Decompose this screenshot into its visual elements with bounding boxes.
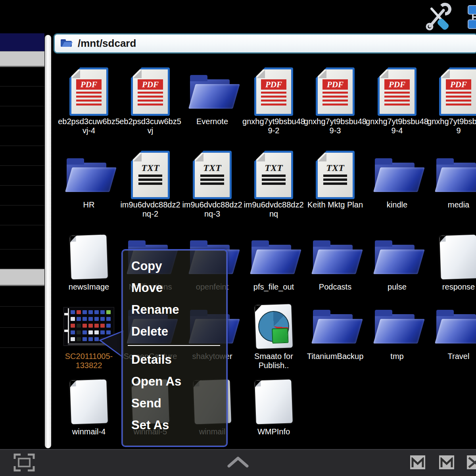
menu-item-move[interactable]: Move: [123, 277, 226, 299]
pdf-file-icon: PDF: [304, 67, 367, 116]
file-label: TitaniumBackup: [304, 352, 367, 361]
folder-icon: [242, 232, 305, 282]
file-label: HR: [58, 200, 120, 209]
grid-item[interactable]: PDFgnxhg7yt9bsbu489: [427, 67, 476, 135]
file-label: tmp: [366, 352, 428, 361]
grid-item[interactable]: PDFeb2psd3cuw6bz5vj-4: [58, 67, 120, 135]
grid-item[interactable]: WMPInfo: [242, 377, 305, 436]
menu-item-details[interactable]: Details: [123, 349, 226, 370]
pdf-file-icon: PDF: [427, 67, 476, 116]
grid-item[interactable]: tmp: [366, 301, 428, 361]
file-label: winmail-4: [58, 427, 120, 436]
file-label: Smaato for Publish..: [242, 352, 305, 370]
menu-item-set-as[interactable]: Set As: [123, 414, 226, 436]
menu-callout-tail: [95, 328, 124, 360]
file-label: eb2psd3cuw6bz5vj-4: [58, 117, 120, 135]
menu-item-send[interactable]: Send: [123, 392, 226, 414]
grid-item[interactable]: kindle: [366, 150, 428, 209]
file-icon: [242, 377, 305, 426]
file-icon: [58, 232, 120, 282]
txt-file-icon: TXT: [242, 150, 305, 200]
menu-item-delete[interactable]: Delete: [123, 321, 226, 342]
bottom-system-bar: [0, 449, 476, 476]
file-label: gnxhg7yt9bsbu489-4: [366, 117, 428, 135]
grid-item[interactable]: TXTim9u6dvdc88dz2nq-3: [181, 150, 244, 219]
gmail-icon[interactable]: [410, 455, 425, 469]
grid-item[interactable]: pulse: [366, 232, 428, 292]
file-label: media: [427, 200, 476, 209]
file-label: response: [427, 282, 476, 292]
menu-item-rename[interactable]: Rename: [123, 299, 226, 321]
file-icon: [427, 232, 476, 282]
folder-icon: [181, 67, 244, 116]
grid-item[interactable]: newsImage: [58, 232, 120, 292]
grid-item[interactable]: HR: [58, 150, 120, 209]
folder-icon: [366, 150, 428, 200]
file-label: im9u6dvdc88dz2nq: [242, 200, 305, 219]
grid-item[interactable]: PDFgnxhg7yt9bsbu489-2: [242, 67, 305, 135]
scroll-up-icon[interactable]: [227, 455, 249, 470]
context-menu: CopyMoveRenameDeleteDetailsOpen AsSendSe…: [121, 249, 228, 447]
pdf-file-icon: PDF: [58, 67, 120, 116]
file-label: Evernote: [181, 117, 244, 126]
file-label: Keith Mktg Plan: [304, 200, 367, 209]
gmail-icon[interactable]: [439, 455, 454, 469]
grid-item[interactable]: pfs_file_out: [242, 232, 305, 292]
grid-item[interactable]: TXTKeith Mktg Plan: [304, 150, 367, 209]
file-label: gnxhg7yt9bsbu489-2: [242, 117, 305, 135]
grid-item[interactable]: PDFgnxhg7yt9bsbu489-4: [366, 67, 428, 135]
file-label: gnxhg7yt9bsbu489-3: [304, 117, 367, 135]
file-manager-screen: { "path_bar": { "path": "/mnt/sdcard" },…: [0, 0, 476, 476]
grid-item[interactable]: PDFgnxhg7yt9bsbu489-3: [304, 67, 367, 135]
pdf-file-icon: PDF: [366, 67, 428, 116]
file-label: kindle: [366, 200, 428, 209]
grid-item[interactable]: Travel: [427, 301, 476, 361]
file-label: Travel: [427, 352, 476, 361]
screenshot-icon[interactable]: [13, 452, 36, 474]
grid-item[interactable]: TitaniumBackup: [304, 301, 367, 361]
file-label: WMPInfo: [242, 427, 305, 436]
folder-icon: [427, 150, 476, 200]
file-label: pulse: [366, 282, 428, 292]
folder-icon: [58, 150, 120, 200]
folder-icon: [366, 232, 428, 282]
folder-icon: [427, 301, 476, 351]
grid-item[interactable]: Smaato for Publish..: [242, 301, 305, 370]
menu-item-open-as[interactable]: Open As: [123, 370, 226, 392]
menu-separator: [128, 345, 220, 346]
file-grid: PDFeb2psd3cuw6bz5vj-4PDFeb2psd3cuw6bz5vj…: [0, 0, 476, 476]
grid-item[interactable]: winmail-4: [58, 377, 120, 436]
menu-item-copy[interactable]: Copy: [123, 255, 226, 277]
pdf-file-icon: PDF: [119, 67, 182, 116]
file-icon: [58, 377, 120, 426]
grid-item[interactable]: Podcasts: [304, 232, 367, 292]
grid-item[interactable]: TXTim9u6dvdc88dz2nq-2: [119, 150, 182, 219]
file-label: pfs_file_out: [242, 282, 305, 292]
file-label: Podcasts: [304, 282, 367, 292]
grid-item[interactable]: Evernote: [181, 67, 244, 126]
pie-chart-file-icon: [242, 301, 305, 351]
file-label: eb2psd3cuw6bz5vj: [119, 117, 182, 135]
grid-item[interactable]: response: [427, 232, 476, 292]
folder-icon: [304, 232, 367, 282]
pdf-file-icon: PDF: [242, 67, 305, 116]
grid-item[interactable]: TXTim9u6dvdc88dz2nq: [242, 150, 305, 219]
grid-item[interactable]: PDFeb2psd3cuw6bz5vj: [119, 67, 182, 135]
txt-file-icon: TXT: [304, 150, 367, 200]
folder-icon: [366, 301, 428, 351]
txt-file-icon: TXT: [181, 150, 244, 200]
file-label: newsImage: [58, 282, 120, 292]
file-label: im9u6dvdc88dz2nq-3: [181, 200, 244, 219]
folder-icon: [304, 301, 367, 351]
grid-item[interactable]: media: [427, 150, 476, 209]
file-label: gnxhg7yt9bsbu489: [427, 117, 476, 135]
file-label: im9u6dvdc88dz2nq-2: [119, 200, 182, 219]
compose-icon[interactable]: [467, 455, 476, 469]
txt-file-icon: TXT: [119, 150, 182, 200]
